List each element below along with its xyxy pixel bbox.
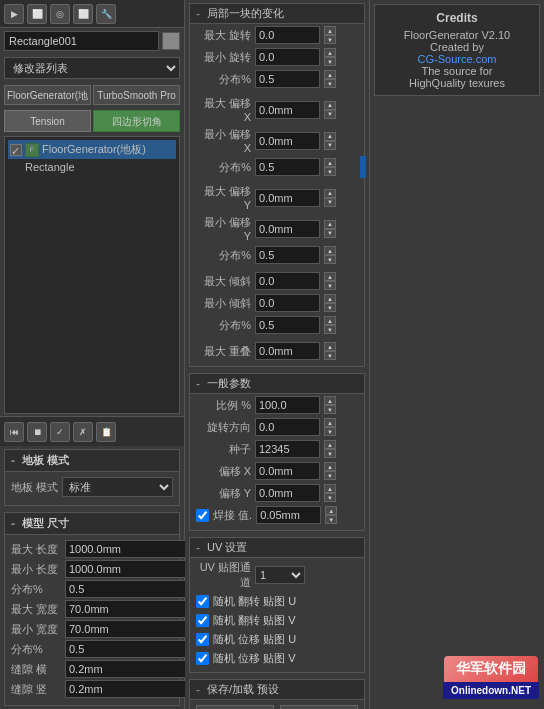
min-offsety-input[interactable] xyxy=(255,220,320,238)
min-rotate-dn[interactable]: ▼ xyxy=(324,57,336,66)
modifier-tab-floor[interactable]: FloorGenerator(地 xyxy=(4,85,91,105)
toolbar-btn-3[interactable]: ◎ xyxy=(50,4,70,24)
bottom-btn-1[interactable]: ⏮ xyxy=(4,422,24,442)
toolbar-btn-5[interactable]: 🔧 xyxy=(96,4,116,24)
min-offsetx-dn[interactable]: ▼ xyxy=(324,141,336,150)
uv-channel-select[interactable]: 1 xyxy=(255,566,305,584)
max-offsetx-label: 最大 偏移 X xyxy=(196,96,251,123)
gen-offsetx-input[interactable] xyxy=(255,462,320,480)
uv-cb4[interactable] xyxy=(196,652,209,665)
uv-cb3[interactable] xyxy=(196,633,209,646)
scale-dn[interactable]: ▼ xyxy=(324,405,336,414)
offsety-dist-dn[interactable]: ▼ xyxy=(324,255,336,264)
offsetx-dist-up[interactable]: ▲ xyxy=(324,158,336,167)
rotate-dir-spinners: ▲ ▼ xyxy=(324,418,336,436)
toolbar-btn-2[interactable]: ⬜ xyxy=(27,4,47,24)
scale-up[interactable]: ▲ xyxy=(324,396,336,405)
min-offsety-label: 最小 偏移 Y xyxy=(196,215,251,242)
tilt-dist-dn[interactable]: ▼ xyxy=(324,325,336,334)
max-tilt-input[interactable] xyxy=(255,272,320,290)
rotate-dir-input[interactable] xyxy=(255,418,320,436)
bottom-btn-2[interactable]: ⏹ xyxy=(27,422,47,442)
tab-tension[interactable]: Tension xyxy=(4,110,91,132)
max-offsetx-dn[interactable]: ▼ xyxy=(324,110,336,119)
max-offsety-row: 最大 偏移 Y ▲ ▼ xyxy=(190,182,364,213)
max-offsetx-input[interactable] xyxy=(255,101,320,119)
min-tilt-row: 最小 倾斜 ▲ ▼ xyxy=(190,292,364,314)
uv-cb1[interactable] xyxy=(196,595,209,608)
min-rotate-up[interactable]: ▲ xyxy=(324,48,336,57)
weld-up[interactable]: ▲ xyxy=(325,506,337,515)
gen-offsetx-dn[interactable]: ▼ xyxy=(324,471,336,480)
load-button[interactable]: 加载 xyxy=(280,705,358,709)
min-offsetx-up[interactable]: ▲ xyxy=(324,132,336,141)
max-offsety-dn[interactable]: ▼ xyxy=(324,198,336,207)
gen-offsety-dn[interactable]: ▼ xyxy=(324,493,336,502)
gen-offsety-input[interactable] xyxy=(255,484,320,502)
watermark: 华军软件园 Onlinedown.NET xyxy=(443,656,539,699)
max-tilt-dn[interactable]: ▼ xyxy=(324,281,336,290)
floor-mode-content: 地板 模式 标准 xyxy=(5,472,179,505)
min-rotate-input[interactable] xyxy=(255,48,320,66)
tab-quad-corner[interactable]: 四边形切角 xyxy=(93,110,180,132)
max-offsety-up[interactable]: ▲ xyxy=(324,189,336,198)
max-overlap-dn[interactable]: ▼ xyxy=(324,351,336,360)
rotate-dist-input[interactable] xyxy=(255,70,320,88)
gen-offsety-up[interactable]: ▲ xyxy=(324,484,336,493)
modifier-tab-turbo[interactable]: TurboSmooth Pro xyxy=(93,85,180,105)
max-tilt-up[interactable]: ▲ xyxy=(324,272,336,281)
offsety-dist-input[interactable] xyxy=(255,246,320,264)
max-rotate-dn[interactable]: ▼ xyxy=(324,35,336,44)
max-overlap-input[interactable] xyxy=(255,342,320,360)
tree-item-rect[interactable]: Rectangle xyxy=(23,159,176,175)
floor-mode-select[interactable]: 标准 xyxy=(62,477,173,497)
object-name-row xyxy=(0,28,184,54)
gen-offsetx-up[interactable]: ▲ xyxy=(324,462,336,471)
tree-item-floor[interactable]: ✓ F FloorGenerator(地板) xyxy=(8,140,176,159)
min-offsety-up[interactable]: ▲ xyxy=(324,220,336,229)
object-name-input[interactable] xyxy=(4,31,159,51)
bottom-btn-5[interactable]: 📋 xyxy=(96,422,116,442)
seed-input[interactable] xyxy=(255,440,320,458)
bottom-btn-3[interactable]: ✓ xyxy=(50,422,70,442)
rotate-dir-up[interactable]: ▲ xyxy=(324,418,336,427)
min-offsety-dn[interactable]: ▼ xyxy=(324,229,336,238)
rotate-dist-dn[interactable]: ▼ xyxy=(324,79,336,88)
offsetx-dist-input[interactable] xyxy=(255,158,320,176)
weld-checkbox[interactable] xyxy=(196,509,209,522)
offsetx-dist-dn[interactable]: ▼ xyxy=(324,167,336,176)
max-rotate-input[interactable] xyxy=(255,26,320,44)
toolbar-btn-1[interactable]: ▶ xyxy=(4,4,24,24)
max-overlap-up[interactable]: ▲ xyxy=(324,342,336,351)
modifier-list-dropdown[interactable]: 修改器列表 xyxy=(4,57,180,79)
uv-settings-title: UV 设置 xyxy=(207,540,247,555)
weld-input[interactable] xyxy=(256,506,321,524)
min-offsetx-row: 最小 偏移 X ▲ ▼ xyxy=(190,125,364,156)
tilt-dist-input[interactable] xyxy=(255,316,320,334)
weld-dn[interactable]: ▼ xyxy=(325,515,337,524)
seed-up[interactable]: ▲ xyxy=(324,440,336,449)
min-offsetx-input[interactable] xyxy=(255,132,320,150)
model-size-header: - 模型 尺寸 xyxy=(5,513,179,535)
toolbar-btn-4[interactable]: ⬜ xyxy=(73,4,93,24)
tilt-dist-up[interactable]: ▲ xyxy=(324,316,336,325)
tree-checkbox-floor[interactable]: ✓ xyxy=(10,144,22,156)
uv-cb2[interactable] xyxy=(196,614,209,627)
rotate-dist-up[interactable]: ▲ xyxy=(324,70,336,79)
save-button[interactable]: 保存 xyxy=(196,705,274,709)
object-color-swatch[interactable] xyxy=(162,32,180,50)
max-offsetx-up[interactable]: ▲ xyxy=(324,101,336,110)
min-tilt-up[interactable]: ▲ xyxy=(324,294,336,303)
max-rotate-up[interactable]: ▲ xyxy=(324,26,336,35)
min-offsety-spinners: ▲ ▼ xyxy=(324,220,336,238)
rotate-dir-dn[interactable]: ▼ xyxy=(324,427,336,436)
uv-settings-section: - UV 设置 UV 贴图通道 1 随机 翻转 贴图 U 随机 翻转 贴图 V … xyxy=(189,537,365,673)
min-tilt-input[interactable] xyxy=(255,294,320,312)
seed-dn[interactable]: ▼ xyxy=(324,449,336,458)
bottom-btn-4[interactable]: ✗ xyxy=(73,422,93,442)
scale-input[interactable] xyxy=(255,396,320,414)
offsety-dist-up[interactable]: ▲ xyxy=(324,246,336,255)
min-tilt-dn[interactable]: ▼ xyxy=(324,303,336,312)
credits-link[interactable]: CG-Source.com xyxy=(383,53,531,65)
max-offsety-input[interactable] xyxy=(255,189,320,207)
